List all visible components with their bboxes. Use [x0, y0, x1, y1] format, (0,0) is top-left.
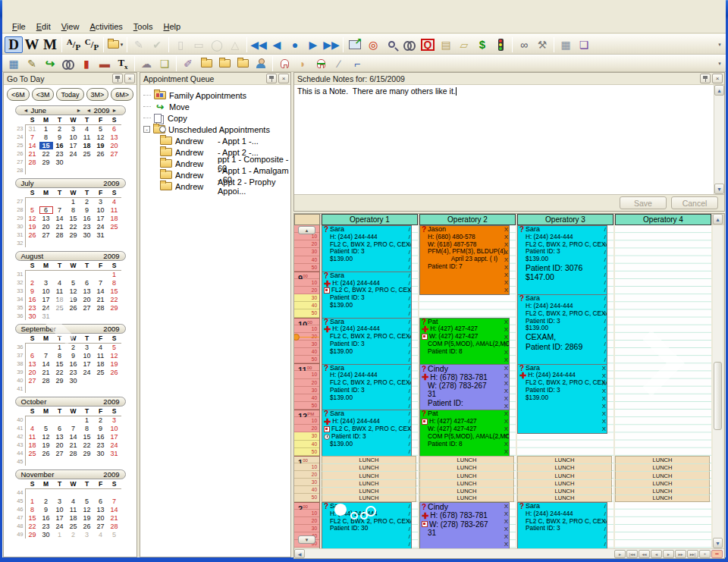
calendar-day[interactable]: 6 [80, 279, 94, 287]
calendar-day[interactable]: 26 [94, 150, 108, 158]
save-button[interactable]: Save [620, 196, 667, 209]
calendar-day[interactable]: 31 [26, 125, 39, 133]
scroll-up-icon[interactable]: ▲ [714, 85, 724, 96]
payments-button[interactable]: $ [473, 36, 491, 53]
calendar-day[interactable]: 2 [39, 498, 53, 505]
calendar-day[interactable]: 21 [39, 369, 53, 376]
calendar-day[interactable]: 26 [80, 523, 94, 530]
calendar-day[interactable]: 27 [53, 450, 67, 457]
calendar-day[interactable]: 22 [26, 523, 39, 530]
calendar-day[interactable]: 6 [94, 498, 108, 505]
grid-scroll-down-icon[interactable]: ▼ [713, 538, 723, 548]
calendar-day[interactable]: 11 [80, 133, 94, 141]
calendar-day[interactable]: 8 [67, 206, 80, 214]
toolbar-overflow-icon[interactable]: ▾ [716, 42, 723, 48]
calendar-day[interactable]: 2 [53, 125, 67, 133]
appointment-block[interactable]: ?Cindy✚H: (678) 783-781W: (278) 783-2673… [419, 502, 510, 548]
appointment-block[interactable]: ?SaraH: (244) 244-444FL2 C, BWX 2, PRO C… [322, 364, 412, 411]
tongue-button[interactable]: ◗ [293, 56, 312, 71]
calendar-day[interactable]: 7 [39, 352, 53, 359]
pin-icon[interactable] [266, 74, 277, 83]
calendar-day[interactable]: 1 [26, 498, 39, 505]
calendar-day[interactable]: 4 [94, 344, 108, 351]
operatory-header-2[interactable]: Operatory 2 [419, 214, 516, 225]
panel-layout-button[interactable]: ▦ [5, 56, 23, 71]
menu-tools[interactable]: Tools [128, 21, 158, 32]
calendar-day[interactable]: 25 [67, 523, 80, 530]
calendar-day[interactable]: 26 [108, 369, 121, 376]
calendar-day[interactable]: 5 [39, 425, 53, 432]
queue-item-family-appointments[interactable]: Family Appointments [143, 89, 289, 101]
range-button-3m[interactable]: <3M [32, 88, 55, 101]
calendar-day[interactable]: 13 [53, 433, 67, 441]
treatment-plan-button[interactable]: Tx [114, 56, 132, 71]
calendar-day[interactable]: 28 [67, 450, 80, 457]
lunch-row[interactable]: LUNCH [517, 463, 612, 471]
calendar-day[interactable]: 14 [26, 142, 39, 149]
calendar-day[interactable]: 17 [94, 215, 108, 222]
calendar-day[interactable]: 29 [39, 159, 53, 166]
menu-file[interactable]: File [7, 21, 31, 32]
calendar-day[interactable]: 20 [94, 514, 108, 522]
calendar-day[interactable]: 3 [108, 416, 121, 424]
range-button-today[interactable]: Today [56, 88, 83, 101]
calendar-day[interactable]: 18 [80, 142, 94, 149]
calendar-day[interactable]: 15 [53, 360, 67, 368]
lunch-row[interactable]: LUNCH [322, 456, 416, 463]
calendar-day[interactable]: 1 [53, 531, 67, 538]
calendar-day[interactable]: 5 [26, 206, 39, 214]
calendar-day[interactable]: 6 [108, 125, 121, 133]
calendar-day[interactable]: 16 [26, 296, 39, 303]
calendar-day[interactable]: 1 [108, 271, 121, 278]
nav-button-5[interactable]: ▸▸ [675, 550, 686, 558]
range-button-6m[interactable]: <6M [7, 88, 30, 101]
calendar-day[interactable]: 3 [53, 498, 67, 505]
calendar-day[interactable]: 14 [67, 433, 80, 441]
calendar-day[interactable]: 22 [80, 441, 94, 449]
calendar-day[interactable]: 7 [108, 498, 121, 505]
prev-month-icon[interactable]: ◄ [21, 108, 31, 113]
calendar-day[interactable]: 19 [39, 441, 53, 449]
calendar-day[interactable]: 28 [94, 304, 108, 312]
lunch-row[interactable]: LUNCH [615, 479, 710, 487]
calendar-day[interactable]: 2 [67, 344, 80, 351]
find-appointment-button[interactable] [400, 36, 419, 53]
lunch-row[interactable]: LUNCH [419, 471, 514, 479]
calendar-day[interactable]: 22 [53, 369, 67, 376]
calendar-day[interactable]: 27 [26, 377, 39, 385]
calendar-day[interactable]: 26 [26, 231, 39, 239]
calendar-day[interactable]: 11 [108, 206, 121, 214]
note-pad-button[interactable]: ▱ [455, 36, 473, 53]
lunch-block[interactable]: LUNCHLUNCHLUNCHLUNCHLUNCHLUNCH [517, 456, 612, 502]
lunch-row[interactable]: LUNCH [419, 463, 514, 471]
edit-appointment-button[interactable]: ✎ [130, 36, 148, 53]
lunch-row[interactable]: LUNCH [419, 479, 514, 487]
calendar-day[interactable]: 9 [39, 506, 53, 513]
search-button[interactable] [382, 36, 400, 53]
perio-chart-button[interactable]: ☁ [137, 56, 155, 71]
lunch-row[interactable]: LUNCH [517, 494, 612, 502]
unscheduled-appointment-item[interactable]: Andrew- Appt 1 -... [143, 135, 289, 146]
calendar-day[interactable]: 24 [94, 223, 108, 231]
calendar-day[interactable]: 18 [108, 215, 121, 222]
calendar-day[interactable]: 10 [53, 506, 67, 513]
calendar-day[interactable]: 14 [53, 215, 67, 222]
lunch-block[interactable]: LUNCHLUNCHLUNCHLUNCHLUNCHLUNCH [419, 456, 514, 502]
delete-appointment-button[interactable]: ▯ [171, 36, 190, 53]
calendar-day[interactable]: 27 [108, 150, 121, 158]
menu-activities[interactable]: Activities [84, 21, 127, 32]
card-file-button[interactable]: ▤ [437, 36, 455, 53]
calendar-day[interactable]: 1 [80, 416, 94, 424]
calendar-day[interactable]: 7 [26, 133, 39, 141]
close-panel-icon[interactable]: × [124, 74, 135, 83]
tools-button[interactable]: ⚒ [533, 36, 551, 53]
lunch-row[interactable]: LUNCH [322, 479, 416, 487]
vertical-scrollbar[interactable]: ▼ [713, 225, 723, 548]
week-view-button[interactable]: W [23, 36, 41, 53]
lunch-row[interactable]: LUNCH [322, 471, 416, 479]
calendar-day[interactable]: 30 [26, 312, 39, 320]
calendar-day[interactable]: 27 [94, 523, 108, 530]
calendar-day[interactable]: 12 [39, 433, 53, 441]
calendar-day[interactable]: 22 [39, 150, 53, 158]
calendar-day[interactable]: 20 [26, 369, 39, 376]
